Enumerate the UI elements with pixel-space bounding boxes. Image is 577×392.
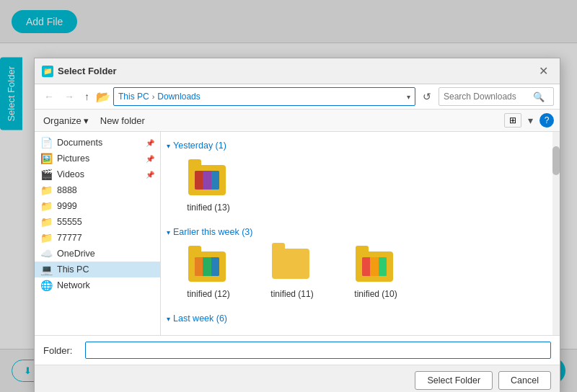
list-item[interactable]: tinified (13) xyxy=(172,156,245,215)
pin-icon-videos: 📌 xyxy=(146,171,154,179)
toolbar: Organize ▾ New folder ⊞ ▾ ? xyxy=(35,110,560,132)
forward-button[interactable]: → xyxy=(61,89,78,104)
strip-orange xyxy=(195,257,203,276)
folder-icon-9999: 📁 xyxy=(40,200,53,212)
dialog-titlebar: 📁 Select Folder ✕ xyxy=(35,58,560,84)
tree-item-55555[interactable]: 📁 55555 xyxy=(35,214,160,230)
list-item[interactable]: tinified (11) xyxy=(256,243,328,302)
refresh-button[interactable]: ↺ xyxy=(418,89,436,104)
strip-blue xyxy=(211,257,219,276)
right-panel: ▾ Yesterday (1) xyxy=(161,132,552,335)
dialog-content: 📄 Documents 📌 🖼️ Pictures 📌 🎬 Videos 📌 📁 xyxy=(35,132,560,335)
left-panel: 📄 Documents 📌 🖼️ Pictures 📌 🎬 Videos 📌 📁 xyxy=(35,132,161,335)
file-thumbnail-4 xyxy=(356,246,396,286)
path-downloads[interactable]: Downloads xyxy=(157,92,200,102)
thumb-overlay-4 xyxy=(362,257,387,276)
documents-icon: 📄 xyxy=(40,137,53,148)
folder-small-icon: 📁 xyxy=(43,67,52,75)
tree-item-onedrive[interactable]: ☁️ OneDrive xyxy=(35,246,160,262)
tree-item-77777[interactable]: 📁 77777 xyxy=(35,230,160,246)
organize-chevron-icon: ▾ xyxy=(84,115,89,126)
strip-red xyxy=(195,171,203,190)
path-dropdown-button[interactable]: ▾ xyxy=(407,93,410,101)
dialog-close-button[interactable]: ✕ xyxy=(534,63,552,79)
file-thumbnail-1 xyxy=(188,159,229,200)
dialog-buttons: Select Folder Cancel xyxy=(35,365,560,392)
pin-icon-pictures: 📌 xyxy=(146,155,154,163)
strip-purple xyxy=(203,171,211,190)
folder-icon-55555: 📁 xyxy=(40,216,53,228)
group-header-earlier[interactable]: ▾ Earlier this week (3) xyxy=(167,227,547,237)
tree-item-this-pc[interactable]: 💻 This PC xyxy=(35,262,160,277)
toolbar-right: ⊞ ▾ ? xyxy=(504,112,554,128)
help-button[interactable]: ? xyxy=(539,113,554,128)
pin-icon-documents: 📌 xyxy=(146,139,154,147)
onedrive-icon: ☁️ xyxy=(40,248,53,259)
strip-yellow xyxy=(370,257,378,276)
address-bar: ← → ↑ 📂 This PC › Downloads ▾ ↺ 🔍 xyxy=(35,84,560,110)
dialog-title: 📁 Select Folder xyxy=(42,66,117,77)
file-thumbnail-3 xyxy=(272,246,312,286)
img-strip xyxy=(195,171,219,190)
cancel-button[interactable]: Cancel xyxy=(498,371,551,390)
folder-input[interactable] xyxy=(85,342,551,359)
strip-green xyxy=(203,257,211,276)
chevron-earlier: ▾ xyxy=(167,228,170,236)
back-button[interactable]: ← xyxy=(40,89,58,104)
right-scrollbar[interactable] xyxy=(552,132,560,335)
folder-icon-77777: 📁 xyxy=(40,232,53,244)
select-folder-button[interactable]: Select Folder xyxy=(415,371,493,390)
network-icon: 🌐 xyxy=(40,280,53,291)
file-label-1: tinified (13) xyxy=(187,202,229,213)
tree-item-9999[interactable]: 📁 9999 xyxy=(35,198,160,214)
pictures-icon: 🖼️ xyxy=(40,153,53,164)
thumb-overlay-2 xyxy=(195,257,219,276)
up-button[interactable]: ↑ xyxy=(81,89,93,104)
img-strip xyxy=(195,257,219,276)
file-label-4: tinified (10) xyxy=(354,289,397,299)
this-pc-icon: 💻 xyxy=(40,264,53,275)
dialog-title-icon: 📁 xyxy=(42,66,53,77)
group-header-yesterday[interactable]: ▾ Yesterday (1) xyxy=(167,141,547,151)
organize-button[interactable]: Organize ▾ xyxy=(40,114,92,128)
strip-red xyxy=(362,257,370,276)
scrollbar-thumb xyxy=(552,146,560,175)
group-header-last-week[interactable]: ▾ Last week (6) xyxy=(167,313,547,324)
file-grid-yesterday: tinified (13) xyxy=(167,156,547,215)
new-folder-button[interactable]: New folder xyxy=(97,114,148,128)
tree-item-documents[interactable]: 📄 Documents 📌 xyxy=(35,135,160,151)
path-separator-1: › xyxy=(152,92,155,101)
tree-item-8888[interactable]: 📁 8888 xyxy=(35,182,160,198)
search-box: 🔍 xyxy=(439,87,554,106)
folder-icon-8888: 📁 xyxy=(40,184,53,196)
chevron-yesterday: ▾ xyxy=(167,142,170,150)
folder-label: Folder: xyxy=(43,345,79,356)
tree-item-videos[interactable]: 🎬 Videos 📌 xyxy=(35,166,160,182)
folder-row: Folder: xyxy=(35,335,560,365)
img-strip xyxy=(362,257,387,276)
file-label-2: tinified (12) xyxy=(187,289,229,299)
file-label-3: tinified (11) xyxy=(270,289,313,299)
file-grid-earlier: tinified (12) tinified (11) xyxy=(167,243,547,302)
file-thumbnail-2 xyxy=(188,246,229,286)
address-folder-icon: 📂 xyxy=(96,90,110,104)
videos-icon: 🎬 xyxy=(40,169,53,180)
thumb-overlay-1 xyxy=(195,171,219,190)
folder-tab xyxy=(272,243,285,250)
plain-folder-icon xyxy=(272,249,309,279)
address-path[interactable]: This PC › Downloads ▾ xyxy=(113,87,415,106)
view-toggle-button[interactable]: ⊞ xyxy=(504,113,521,128)
search-input[interactable] xyxy=(444,92,530,102)
chevron-last-week: ▾ xyxy=(167,315,170,323)
view-dropdown-button[interactable]: ▾ xyxy=(524,112,537,128)
tree-item-pictures[interactable]: 🖼️ Pictures 📌 xyxy=(35,151,160,166)
tree-item-network[interactable]: 🌐 Network xyxy=(35,277,160,293)
search-icon: 🔍 xyxy=(533,92,545,102)
app-background: Add File Select Folder ⬇ Install Desktop… xyxy=(0,0,577,392)
select-folder-dialog: 📁 Select Folder ✕ ← → ↑ 📂 This PC › Down… xyxy=(34,58,560,392)
strip-blue xyxy=(211,171,219,190)
list-item[interactable]: tinified (12) xyxy=(172,243,245,302)
strip-green xyxy=(379,257,387,276)
path-this-pc[interactable]: This PC xyxy=(118,92,149,102)
list-item[interactable]: tinified (10) xyxy=(340,243,412,302)
